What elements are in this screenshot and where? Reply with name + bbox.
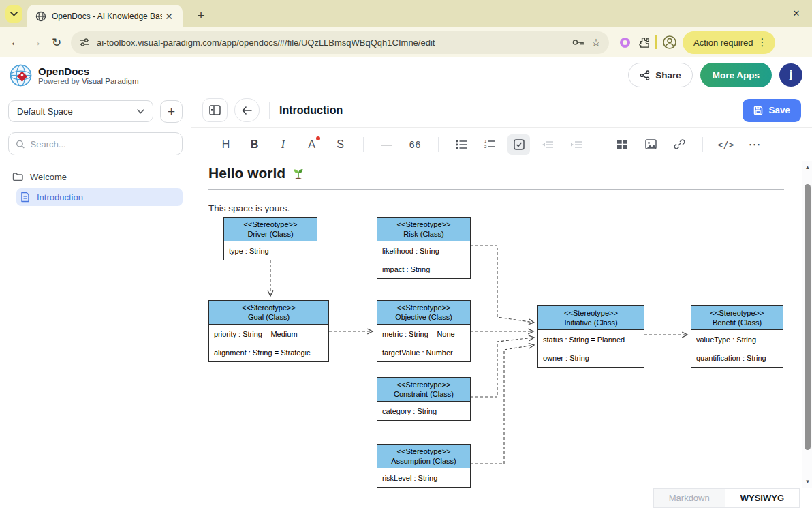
sidebar-item-welcome[interactable]: Welcome	[8, 168, 183, 185]
folder-label: Welcome	[30, 172, 67, 182]
class-assumption[interactable]: <<Stereotype>>Assumption (Class) riskLev…	[377, 444, 471, 488]
uml-diagram[interactable]: <<Stereotype>>Driver (Class) type : Stri…	[191, 215, 791, 488]
class-attribute: owner : String	[538, 348, 644, 367]
chevron-down-icon	[10, 12, 18, 16]
class-objective[interactable]: <<Stereotype>>Objective (Class) metric :…	[377, 300, 471, 362]
page-label: Introduction	[37, 192, 83, 203]
numbered-list-icon: 12	[484, 139, 496, 149]
class-benefit[interactable]: <<Stereotype>>Benefit (Class) valueType …	[691, 305, 783, 368]
indent-button[interactable]	[536, 134, 559, 155]
divider	[438, 137, 439, 152]
arrow-left-icon	[242, 106, 252, 115]
tab-markdown[interactable]: Markdown	[653, 488, 725, 508]
add-space-button[interactable]: +	[160, 100, 183, 123]
extension-ring-icon[interactable]	[620, 38, 630, 48]
tab-search-button[interactable]	[5, 5, 22, 23]
more-tools-button[interactable]: ⋯	[743, 134, 766, 155]
address-bar[interactable]: ai-toolbox.visual-paradigm.com/app/opend…	[71, 31, 609, 54]
search-box[interactable]	[8, 132, 183, 155]
menu-kebab-icon[interactable]: ⋮	[753, 36, 771, 48]
blockquote-button[interactable]: 66	[404, 134, 426, 155]
profile-icon[interactable]	[662, 35, 677, 50]
heading-button[interactable]: H	[215, 134, 237, 155]
visual-paradigm-link[interactable]: Visual Paradigm	[82, 77, 139, 85]
browser-window: OpenDocs - AI Knowledge Base ✕ + — ✕ ← →…	[0, 0, 812, 508]
back-to-list-button[interactable]	[234, 98, 260, 122]
action-required-button[interactable]: Action required ⋮	[683, 31, 775, 54]
browser-tab-active[interactable]: OpenDocs - AI Knowledge Base ✕	[27, 5, 183, 27]
heading-rule	[208, 188, 784, 190]
italic-button[interactable]: I	[272, 134, 294, 155]
tab-close-icon[interactable]: ✕	[162, 11, 176, 22]
window-maximize-button[interactable]	[749, 0, 781, 26]
class-constraint[interactable]: <<Stereotype>>Constraint (Class) categor…	[377, 377, 471, 421]
maximize-icon	[762, 10, 768, 16]
tab-wysiwyg[interactable]: WYSIWYG	[725, 488, 800, 508]
class-risk[interactable]: <<Stereotype>>Risk (Class) likelihood : …	[377, 217, 471, 279]
class-attribute: impact : String	[377, 260, 470, 278]
space-name: Default Space	[17, 106, 73, 117]
editor-scrollbar[interactable]: ▲ ▼	[802, 161, 812, 488]
bookmark-star-icon[interactable]: ☆	[591, 36, 601, 49]
class-name: Objective (Class)	[379, 312, 469, 322]
class-name: Driver (Class)	[225, 229, 315, 239]
class-goal[interactable]: <<Stereotype>>Goal (Class) priority : St…	[208, 300, 329, 362]
class-attribute: targetValue : Number	[377, 343, 470, 361]
password-key-icon[interactable]	[572, 38, 584, 47]
strikethrough-button[interactable]: S	[329, 134, 352, 155]
back-button[interactable]: ←	[5, 32, 26, 53]
class-attribute: alignment : String = Strategic	[209, 343, 328, 361]
extensions-puzzle-icon[interactable]	[637, 36, 650, 49]
editor-mode-bar: Markdown WYSIWYG	[191, 488, 812, 508]
new-tab-button[interactable]: +	[192, 7, 210, 25]
task-list-button[interactable]	[507, 134, 530, 155]
class-name: Goal (Class)	[210, 312, 327, 322]
toggle-sidebar-button[interactable]	[202, 98, 228, 122]
toolbar-divider	[655, 35, 657, 49]
folder-icon	[12, 172, 23, 181]
scroll-down-icon[interactable]: ▼	[802, 477, 812, 486]
avatar[interactable]: j	[779, 63, 802, 87]
stereotype-label: <<Stereotype>>	[540, 308, 642, 318]
window-minimize-button[interactable]: —	[718, 0, 749, 26]
tune-icon[interactable]	[79, 37, 90, 48]
stereotype-label: <<Stereotype>>	[379, 447, 469, 456]
svg-text:2: 2	[484, 145, 487, 149]
link-button[interactable]	[668, 134, 691, 155]
body-paragraph: This space is yours.	[208, 203, 785, 213]
app-name: OpenDocs	[38, 65, 138, 77]
sidebar-item-introduction[interactable]: Introduction	[16, 188, 183, 206]
scrollbar-thumb[interactable]	[805, 184, 811, 450]
search-input[interactable]	[31, 139, 175, 149]
numbered-list-button[interactable]: 12	[479, 134, 501, 155]
share-button[interactable]: Share	[628, 63, 693, 87]
brand-block: OpenDocs Powered by Visual Paradigm	[38, 65, 138, 85]
space-selector[interactable]: Default Space	[8, 100, 153, 122]
outdent-button[interactable]	[565, 134, 587, 155]
forward-button[interactable]: →	[26, 32, 46, 53]
tab-title: OpenDocs - AI Knowledge Base	[52, 12, 162, 21]
save-button[interactable]: Save	[743, 99, 801, 122]
image-button[interactable]	[640, 134, 662, 155]
reload-button[interactable]: ↻	[46, 32, 67, 53]
font-color-button[interactable]: A	[300, 134, 323, 155]
seedling-emoji	[291, 166, 306, 181]
code-button[interactable]: </>	[715, 134, 737, 155]
doc-heading: Hello world	[208, 165, 785, 181]
table-button[interactable]	[611, 134, 634, 155]
share-icon	[640, 70, 650, 80]
class-name: Initiative (Class)	[540, 318, 642, 327]
more-apps-button[interactable]: More Apps	[700, 63, 772, 87]
formatting-toolbar: H B I A S — 66 12	[191, 128, 812, 161]
scroll-up-icon[interactable]: ▲	[802, 162, 812, 172]
class-driver[interactable]: <<Stereotype>>Driver (Class) type : Stri…	[223, 217, 317, 260]
horizontal-rule-button[interactable]: —	[375, 134, 398, 155]
class-initiative[interactable]: <<Stereotype>>Initiative (Class) status …	[537, 305, 644, 368]
bullet-list-button[interactable]	[450, 134, 473, 155]
powered-by: Powered by Visual Paradigm	[38, 77, 138, 85]
class-name: Constraint (Class)	[379, 389, 469, 399]
window-close-button[interactable]: ✕	[781, 0, 812, 26]
bold-button[interactable]: B	[243, 134, 266, 155]
browser-tabstrip: OpenDocs - AI Knowledge Base ✕ + — ✕	[0, 0, 812, 27]
document-content[interactable]: Hello world This space is yours.	[191, 161, 812, 488]
